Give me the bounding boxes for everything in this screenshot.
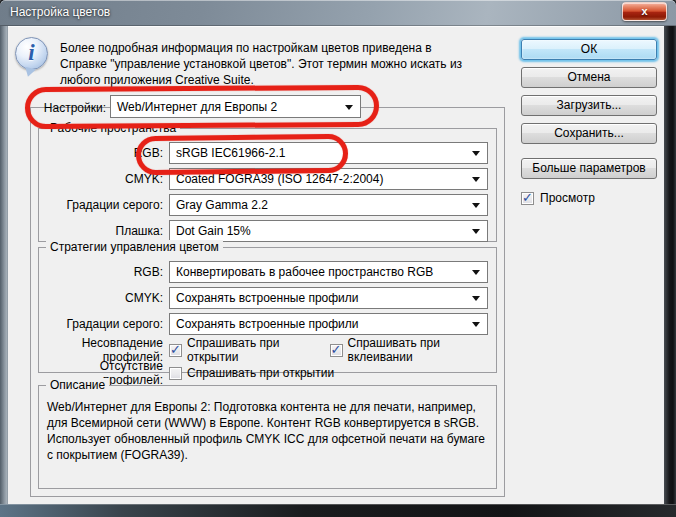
policy-cmyk-dropdown[interactable]: Сохранять встроенные профили bbox=[169, 287, 488, 309]
missing-ask-when-opening-checkbox[interactable] bbox=[169, 367, 182, 380]
chevron-down-icon bbox=[345, 105, 353, 110]
rgb-label: RGB: bbox=[39, 146, 163, 160]
info-icon bbox=[15, 37, 48, 70]
close-button[interactable]: x bbox=[622, 2, 667, 21]
policy-cmyk-dropdown-value: Сохранять встроенные профили bbox=[176, 291, 359, 305]
chevron-down-icon bbox=[472, 203, 480, 208]
spot-dropdown[interactable]: Dot Gain 15% bbox=[169, 220, 488, 242]
title-bar[interactable]: Настройка цветов x bbox=[0, 0, 676, 26]
chevron-down-icon bbox=[472, 151, 480, 156]
policy-gray-label: Градации серого: bbox=[39, 317, 163, 331]
working-space-row-spot: Плашка: Dot Gain 15% bbox=[39, 220, 488, 242]
save-button[interactable]: Сохранить... bbox=[521, 123, 657, 144]
policies-title: Стратегии управления цветом bbox=[46, 240, 223, 254]
chevron-down-icon bbox=[472, 322, 480, 327]
policy-rgb-dropdown[interactable]: Конвертировать в рабочее пространство RG… bbox=[169, 261, 488, 283]
policy-gray-dropdown-value: Сохранять встроенные профили bbox=[176, 317, 359, 331]
ok-button[interactable]: ОК bbox=[521, 39, 657, 60]
policy-rgb-label: RGB: bbox=[39, 265, 163, 279]
gray-dropdown-value: Gray Gamma 2.2 bbox=[176, 198, 268, 212]
ask-when-pasting-label[interactable]: Спрашивать при вклеивании bbox=[348, 336, 489, 364]
preview-checkbox[interactable] bbox=[521, 192, 534, 205]
cancel-button[interactable]: Отмена bbox=[521, 67, 657, 88]
settings-dropdown[interactable]: Web/Интернет для Европы 2 bbox=[110, 95, 361, 118]
policy-gray-dropdown[interactable]: Сохранять встроенные профили bbox=[169, 313, 488, 335]
cmyk-dropdown-value: Coated FOGRA39 (ISO 12647-2:2004) bbox=[176, 172, 383, 186]
policy-row-gray: Градации серого: Сохранять встроенные пр… bbox=[39, 313, 488, 335]
preview-label[interactable]: Просмотр bbox=[540, 191, 595, 205]
missing-ask-when-opening-label[interactable]: Спрашивать при открытии bbox=[187, 366, 334, 380]
window-border-right bbox=[664, 26, 676, 504]
description-text: Web/Интернет для Европы 2: Подготовка ко… bbox=[39, 386, 496, 463]
policy-rgb-dropdown-value: Конвертировать в рабочее пространство RG… bbox=[176, 265, 433, 279]
close-icon: x bbox=[641, 5, 647, 17]
color-settings-dialog: Настройка цветов x Более подробная инфор… bbox=[0, 0, 676, 517]
window-title: Настройка цветов bbox=[10, 5, 110, 19]
description-title: Описание bbox=[46, 378, 109, 392]
policy-cmyk-label: CMYK: bbox=[39, 291, 163, 305]
working-space-row-cmyk: CMYK: Coated FOGRA39 (ISO 12647-2:2004) bbox=[39, 168, 488, 190]
profile-mismatch-row: Несовпадение профилей: Спрашивать при от… bbox=[39, 342, 488, 358]
chevron-down-icon bbox=[472, 270, 480, 275]
chevron-down-icon bbox=[472, 177, 480, 182]
spot-dropdown-value: Dot Gain 15% bbox=[176, 224, 251, 238]
info-text: Более подробная информация по настройкам… bbox=[60, 40, 478, 88]
chevron-down-icon bbox=[472, 229, 480, 234]
window-border-left bbox=[0, 26, 8, 504]
load-button[interactable]: Загрузить... bbox=[521, 95, 657, 116]
ask-when-opening-checkbox[interactable] bbox=[169, 344, 182, 357]
working-spaces-title: Рабочие пространства bbox=[46, 121, 180, 135]
settings-dropdown-value: Web/Интернет для Европы 2 bbox=[117, 100, 277, 114]
spot-label: Плашка: bbox=[39, 224, 163, 238]
rgb-dropdown[interactable]: sRGB IEC61966-2.1 bbox=[169, 142, 488, 164]
rgb-dropdown-value: sRGB IEC61966-2.1 bbox=[176, 146, 285, 160]
working-space-row-gray: Градации серого: Gray Gamma 2.2 bbox=[39, 194, 488, 216]
settings-label: Настройки: bbox=[20, 101, 106, 115]
cmyk-dropdown[interactable]: Coated FOGRA39 (ISO 12647-2:2004) bbox=[169, 168, 488, 190]
working-spaces-group: Рабочие пространства RGB: sRGB IEC61966-… bbox=[38, 128, 497, 242]
policies-group: Стратегии управления цветом RGB: Конверт… bbox=[38, 247, 497, 373]
policy-row-rgb: RGB: Конвертировать в рабочее пространст… bbox=[39, 261, 488, 283]
description-group: Описание Web/Интернет для Европы 2: Подг… bbox=[38, 385, 497, 489]
cmyk-label: CMYK: bbox=[39, 172, 163, 186]
gray-dropdown[interactable]: Gray Gamma 2.2 bbox=[169, 194, 488, 216]
ask-when-opening-label[interactable]: Спрашивать при открытии bbox=[187, 336, 316, 364]
ask-when-pasting-checkbox[interactable] bbox=[330, 344, 343, 357]
preview-row: Просмотр bbox=[521, 191, 595, 205]
chevron-down-icon bbox=[472, 296, 480, 301]
gray-label: Градации серого: bbox=[39, 198, 163, 212]
window-border-bottom bbox=[0, 504, 676, 517]
more-options-button[interactable]: Больше параметров bbox=[521, 158, 657, 179]
policy-row-cmyk: CMYK: Сохранять встроенные профили bbox=[39, 287, 488, 309]
working-space-row-rgb: RGB: sRGB IEC61966-2.1 bbox=[39, 142, 488, 164]
